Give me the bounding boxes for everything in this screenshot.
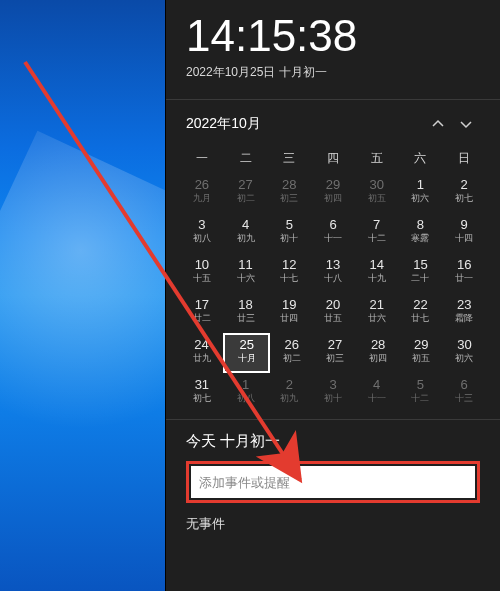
- day-lunar: 初八: [224, 393, 268, 404]
- day-number: 8: [399, 217, 443, 232]
- next-month-button[interactable]: [452, 110, 480, 138]
- dow-cell: 二: [224, 146, 268, 173]
- day-lunar: 十四: [442, 233, 486, 244]
- day-cell[interactable]: 5初十: [267, 213, 311, 253]
- day-number: 29: [311, 177, 355, 192]
- day-cell[interactable]: 28初三: [267, 173, 311, 213]
- day-lunar: 十一: [311, 233, 355, 244]
- day-cell[interactable]: 4初九: [224, 213, 268, 253]
- day-cell[interactable]: 27初三: [313, 333, 356, 373]
- day-cell[interactable]: 26初二: [270, 333, 313, 373]
- day-number: 5: [267, 217, 311, 232]
- day-number: 28: [357, 337, 400, 352]
- day-number: 31: [180, 377, 224, 392]
- week-row: 10十五11十六12十七13十八14十九15二十16廿一: [180, 253, 486, 293]
- day-cell[interactable]: 3初十: [311, 373, 355, 413]
- day-cell[interactable]: 6十三: [442, 373, 486, 413]
- day-cell[interactable]: 30初五: [355, 173, 399, 213]
- day-number: 1: [399, 177, 443, 192]
- day-cell[interactable]: 18廿三: [224, 293, 268, 333]
- day-cell[interactable]: 13十八: [311, 253, 355, 293]
- day-cell[interactable]: 19廿四: [267, 293, 311, 333]
- day-cell[interactable]: 1初八: [224, 373, 268, 413]
- day-number: 29: [400, 337, 443, 352]
- day-cell[interactable]: 7十二: [355, 213, 399, 253]
- day-cell[interactable]: 9十四: [442, 213, 486, 253]
- day-number: 3: [180, 217, 224, 232]
- add-event-input[interactable]: [191, 466, 475, 498]
- day-lunar: 初七: [180, 393, 224, 404]
- day-cell[interactable]: 20廿五: [311, 293, 355, 333]
- day-lunar: 初十: [267, 233, 311, 244]
- no-events-label: 无事件: [186, 515, 480, 533]
- day-cell[interactable]: 15二十: [399, 253, 443, 293]
- day-number: 27: [313, 337, 356, 352]
- day-number: 22: [399, 297, 443, 312]
- day-cell[interactable]: 11十六: [224, 253, 268, 293]
- day-lunar: 初九: [267, 393, 311, 404]
- day-number: 3: [311, 377, 355, 392]
- chevron-up-icon: [431, 117, 445, 131]
- day-cell-today[interactable]: 25十月: [223, 333, 270, 373]
- day-lunar: 初九: [224, 233, 268, 244]
- day-cell[interactable]: 23霜降: [442, 293, 486, 333]
- clock-time: 14:15:38: [186, 14, 480, 58]
- week-row: 26九月27初二28初三29初四30初五1初六2初七: [180, 173, 486, 213]
- prev-month-button[interactable]: [424, 110, 452, 138]
- agenda-section: 今天 十月初一 无事件: [166, 420, 500, 533]
- day-cell[interactable]: 28初四: [357, 333, 400, 373]
- day-number: 12: [267, 257, 311, 272]
- day-lunar: 初三: [267, 193, 311, 204]
- day-cell[interactable]: 29初五: [400, 333, 443, 373]
- dow-cell: 五: [355, 146, 399, 173]
- day-cell[interactable]: 24廿九: [180, 333, 223, 373]
- day-number: 4: [355, 377, 399, 392]
- day-cell[interactable]: 22廿七: [399, 293, 443, 333]
- day-number: 2: [267, 377, 311, 392]
- day-lunar: 十七: [267, 273, 311, 284]
- annotation-highlight-box: [186, 461, 480, 503]
- day-lunar: 二十: [399, 273, 443, 284]
- day-number: 23: [442, 297, 486, 312]
- day-cell[interactable]: 2初九: [267, 373, 311, 413]
- day-lunar: 初五: [400, 353, 443, 364]
- day-lunar: 廿七: [399, 313, 443, 324]
- day-number: 4: [224, 217, 268, 232]
- day-number: 20: [311, 297, 355, 312]
- day-number: 30: [443, 337, 486, 352]
- day-cell[interactable]: 5十二: [399, 373, 443, 413]
- week-row: 24廿九25十月26初二27初三28初四29初五30初六: [180, 333, 486, 373]
- day-number: 13: [311, 257, 355, 272]
- day-of-week-header: 一二三四五六日: [180, 146, 486, 173]
- day-cell[interactable]: 1初六: [399, 173, 443, 213]
- day-cell[interactable]: 30初六: [443, 333, 486, 373]
- day-number: 28: [267, 177, 311, 192]
- month-navigation: 2022年10月: [166, 100, 500, 142]
- day-cell[interactable]: 2初七: [442, 173, 486, 213]
- day-cell[interactable]: 16廿一: [442, 253, 486, 293]
- day-cell[interactable]: 8寒露: [399, 213, 443, 253]
- day-cell[interactable]: 6十一: [311, 213, 355, 253]
- day-cell[interactable]: 29初四: [311, 173, 355, 213]
- day-number: 6: [442, 377, 486, 392]
- day-cell[interactable]: 27初二: [224, 173, 268, 213]
- month-label[interactable]: 2022年10月: [186, 115, 424, 133]
- day-number: 2: [442, 177, 486, 192]
- day-number: 1: [224, 377, 268, 392]
- day-cell[interactable]: 17廿二: [180, 293, 224, 333]
- day-lunar: 十三: [442, 393, 486, 404]
- day-lunar: 十六: [224, 273, 268, 284]
- day-number: 26: [180, 177, 224, 192]
- day-cell[interactable]: 10十五: [180, 253, 224, 293]
- day-cell[interactable]: 12十七: [267, 253, 311, 293]
- day-cell[interactable]: 26九月: [180, 173, 224, 213]
- day-cell[interactable]: 3初八: [180, 213, 224, 253]
- day-cell[interactable]: 21廿六: [355, 293, 399, 333]
- day-cell[interactable]: 4十一: [355, 373, 399, 413]
- day-cell[interactable]: 31初七: [180, 373, 224, 413]
- day-number: 11: [224, 257, 268, 272]
- day-lunar: 十八: [311, 273, 355, 284]
- day-cell[interactable]: 14十九: [355, 253, 399, 293]
- day-lunar: 九月: [180, 193, 224, 204]
- day-lunar: 初十: [311, 393, 355, 404]
